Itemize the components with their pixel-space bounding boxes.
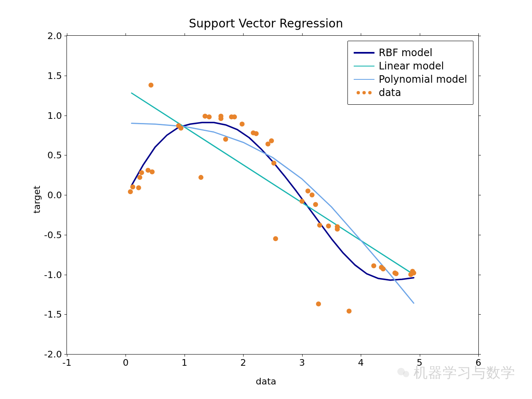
data-point [219,113,224,118]
data-point [239,122,244,127]
data-point [310,192,315,197]
data-point [128,189,133,194]
series-line [132,123,414,280]
legend-label: RBF model [379,47,432,59]
y-tick-label: 1.0 [47,110,67,121]
data-point [137,175,142,180]
data-point [313,202,318,207]
data-point [232,114,237,119]
y-tick-label: 1.5 [47,70,67,81]
data-point [347,309,352,314]
y-tick-label: 0.0 [47,190,67,200]
data-point [305,188,310,193]
legend-line-swatch [354,62,374,70]
data-point [273,236,278,241]
legend-entry: Polynomial model [354,74,467,85]
y-tick-label: 0.5 [47,150,67,160]
data-point [130,185,135,190]
data-point [148,83,153,88]
y-tick-label: -0.5 [44,229,67,240]
data-point [326,224,331,229]
plot-area: RBF modelLinear modelPolynomial modeldat… [66,35,479,355]
data-point [198,175,203,180]
legend-line-swatch [354,75,374,84]
legend-line-swatch [354,49,374,57]
data-point [381,266,386,271]
data-point [271,160,276,165]
data-point [223,137,228,142]
legend-marker-swatch [354,89,374,97]
data-point [269,138,274,143]
data-point [394,271,399,276]
y-tick-label: -1.5 [44,309,67,320]
legend-entry: RBF model [354,47,467,59]
figure: Support Vector Regression target data RB… [0,0,532,399]
svg-point-0 [397,368,405,375]
legend-label: Linear model [379,60,444,72]
y-axis-label: target [32,186,42,214]
data-point [335,224,340,229]
legend: RBF modelLinear modelPolynomial modeldat… [347,41,473,105]
data-point [371,263,376,268]
data-point [254,131,259,136]
data-point [317,223,322,228]
legend-entry: Linear model [354,60,467,72]
data-point [178,126,183,131]
data-point [150,169,155,174]
data-point [136,185,141,190]
legend-label: data [379,87,401,99]
data-point [139,170,144,175]
legend-label: Polynomial model [379,74,467,85]
series-line [132,93,414,275]
y-tick-label: 2.0 [47,31,67,41]
legend-entry: data [354,87,467,99]
data-point [411,271,416,276]
chart-title: Support Vector Regression [0,17,532,30]
data-point [207,114,212,119]
x-axis-label: data [0,376,532,387]
data-point [300,199,305,204]
data-point [202,113,207,118]
data-point [316,301,321,306]
y-tick-label: -1.0 [44,269,67,280]
